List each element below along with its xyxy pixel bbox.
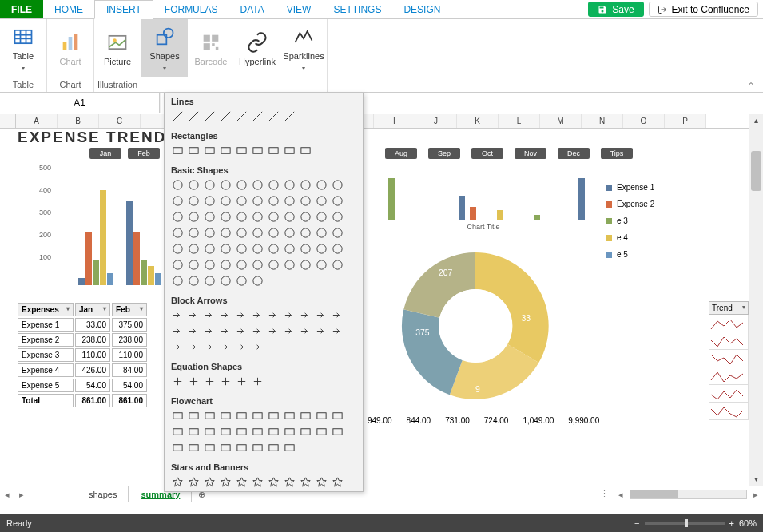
shape-option[interactable] (283, 242, 296, 256)
shape-option[interactable] (187, 178, 201, 192)
shape-option[interactable] (299, 144, 312, 157)
menu-settings[interactable]: SETTINGS (322, 0, 392, 18)
menu-home[interactable]: HOME (43, 0, 94, 18)
shape-option[interactable] (171, 194, 185, 208)
shape-option[interactable] (171, 274, 185, 288)
ribbon-picture[interactable]: Picture (94, 19, 141, 77)
shape-option[interactable] (235, 210, 248, 224)
shape-option[interactable] (203, 475, 217, 489)
shape-option[interactable] (251, 242, 264, 256)
shape-option[interactable] (299, 258, 312, 272)
tab-nav-left[interactable]: ◂ (0, 486, 14, 502)
shape-option[interactable] (235, 340, 248, 354)
zoom-out-icon[interactable]: − (634, 518, 639, 528)
shape-option[interactable] (251, 210, 264, 224)
shape-option[interactable] (171, 475, 185, 489)
shape-option[interactable] (235, 144, 248, 157)
shape-option[interactable] (251, 274, 264, 288)
shape-option[interactable] (283, 178, 296, 192)
shape-option[interactable] (235, 242, 248, 256)
menu-view[interactable]: VIEW (276, 0, 323, 18)
shape-option[interactable] (251, 194, 264, 208)
shape-option[interactable] (171, 375, 185, 388)
shape-option[interactable] (219, 475, 232, 489)
shape-option[interactable] (235, 274, 248, 288)
shape-option[interactable] (235, 375, 248, 388)
zoom-control[interactable]: − + 60% (634, 518, 757, 528)
shape-option[interactable] (219, 194, 232, 208)
shape-option[interactable] (219, 258, 232, 272)
shape-option[interactable] (283, 324, 296, 338)
shape-option[interactable] (283, 258, 296, 272)
shape-option[interactable] (299, 226, 312, 240)
shape-option[interactable] (267, 258, 280, 272)
shape-option[interactable] (315, 475, 328, 489)
shape-option[interactable] (283, 194, 296, 208)
ribbon-chart[interactable]: Chart (47, 19, 93, 77)
shape-option[interactable] (203, 144, 217, 157)
shape-option[interactable] (187, 425, 201, 439)
save-button[interactable]: Save (588, 2, 643, 17)
shape-option[interactable] (283, 441, 296, 455)
menu-insert[interactable]: INSERT (94, 0, 153, 19)
shape-option[interactable] (187, 144, 201, 157)
shape-option[interactable] (283, 475, 296, 489)
shape-option[interactable] (203, 109, 217, 123)
shape-option[interactable] (235, 194, 248, 208)
shape-option[interactable] (251, 226, 264, 240)
ribbon-hyperlink[interactable]: Hyperlink (234, 19, 280, 77)
hscroll-thumb[interactable] (630, 490, 678, 498)
shape-option[interactable] (267, 308, 280, 322)
cell-address-input[interactable]: A1 (0, 93, 160, 113)
shape-option[interactable] (331, 425, 344, 439)
ribbon-collapse[interactable] (739, 19, 763, 92)
shape-option[interactable] (187, 226, 201, 240)
shape-option[interactable] (203, 409, 217, 423)
menu-design[interactable]: DESIGN (392, 0, 451, 18)
shape-option[interactable] (171, 210, 185, 224)
shape-option[interactable] (171, 109, 185, 123)
shape-option[interactable] (235, 226, 248, 240)
shape-option[interactable] (235, 324, 248, 338)
ribbon-table[interactable]: Table ▾ (0, 19, 46, 77)
shape-option[interactable] (187, 109, 201, 123)
shape-option[interactable] (219, 178, 232, 192)
shape-option[interactable] (267, 242, 280, 256)
shape-option[interactable] (203, 441, 217, 455)
shape-option[interactable] (331, 242, 344, 256)
shape-option[interactable] (267, 109, 280, 123)
shape-option[interactable] (283, 109, 296, 123)
shape-option[interactable] (219, 425, 232, 439)
shape-option[interactable] (203, 210, 217, 224)
shape-option[interactable] (315, 210, 328, 224)
shape-option[interactable] (171, 441, 185, 455)
shape-option[interactable] (299, 194, 312, 208)
shape-option[interactable] (219, 340, 232, 354)
shape-option[interactable] (171, 340, 185, 354)
shape-option[interactable] (187, 258, 201, 272)
shape-option[interactable] (187, 242, 201, 256)
shape-option[interactable] (203, 258, 217, 272)
zoom-in-icon[interactable]: + (729, 518, 734, 528)
shape-option[interactable] (187, 324, 201, 338)
shape-option[interactable] (251, 375, 264, 388)
shape-option[interactable] (219, 109, 232, 123)
shape-option[interactable] (267, 194, 280, 208)
shape-option[interactable] (315, 258, 328, 272)
menu-data[interactable]: DATA (229, 0, 275, 18)
shape-option[interactable] (219, 441, 232, 455)
shape-option[interactable] (219, 226, 232, 240)
tab-nav-right[interactable]: ▸ (14, 486, 29, 502)
shape-option[interactable] (283, 409, 296, 423)
shape-option[interactable] (315, 194, 328, 208)
select-all-corner[interactable] (0, 114, 16, 128)
shape-option[interactable] (235, 308, 248, 322)
menu-formulas[interactable]: FORMULAS (153, 0, 229, 18)
ribbon-sparklines[interactable]: Sparklines ▾ (280, 19, 327, 77)
shape-option[interactable] (203, 178, 217, 192)
shape-option[interactable] (219, 210, 232, 224)
shape-option[interactable] (187, 475, 201, 489)
shape-option[interactable] (203, 375, 217, 388)
shape-option[interactable] (219, 375, 232, 388)
shape-option[interactable] (315, 409, 328, 423)
